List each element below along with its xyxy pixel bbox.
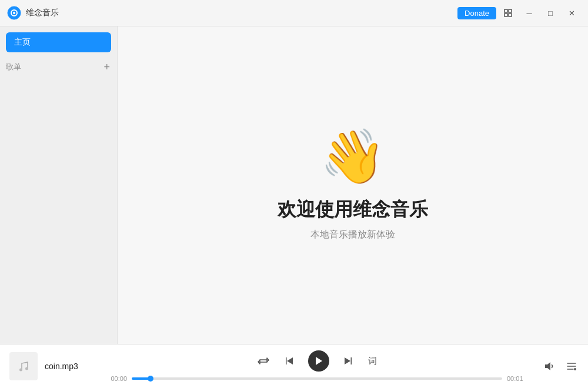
album-art bbox=[9, 352, 38, 380]
svg-rect-5 bbox=[505, 14, 507, 16]
playlist-toggle-button[interactable] bbox=[564, 359, 579, 373]
progress-track[interactable] bbox=[132, 377, 502, 380]
progress-thumb bbox=[148, 376, 153, 382]
lyrics-label: 词 bbox=[368, 356, 377, 367]
svg-rect-4 bbox=[509, 9, 512, 12]
playlist-section: 歌单 + bbox=[0, 62, 117, 72]
main-container: 主页 歌单 + 👋 欢迎使用维念音乐 本地音乐播放新体验 bbox=[0, 26, 588, 344]
track-info: coin.mp3 bbox=[45, 362, 92, 371]
content-area: 👋 欢迎使用维念音乐 本地音乐播放新体验 bbox=[118, 26, 588, 344]
close-button[interactable]: ✕ bbox=[562, 5, 581, 21]
next-button[interactable] bbox=[341, 354, 355, 368]
play-button[interactable] bbox=[308, 350, 329, 372]
svg-marker-10 bbox=[287, 357, 293, 364]
progress-row: 00:00 00:01 bbox=[108, 375, 526, 382]
svg-marker-9 bbox=[286, 357, 287, 364]
lyrics-button[interactable]: 词 bbox=[367, 354, 378, 368]
svg-point-8 bbox=[25, 367, 28, 370]
minimize-button[interactable]: ─ bbox=[520, 5, 539, 21]
svg-point-2 bbox=[13, 12, 15, 14]
tile-button[interactable] bbox=[499, 5, 517, 21]
time-current: 00:00 bbox=[108, 375, 127, 382]
controls-row: 词 bbox=[256, 350, 378, 372]
sidebar-item-home[interactable]: 主页 bbox=[6, 32, 111, 52]
volume-button[interactable] bbox=[542, 359, 556, 373]
app-logo bbox=[7, 6, 21, 20]
svg-marker-12 bbox=[350, 357, 352, 364]
repeat-button[interactable] bbox=[256, 354, 270, 368]
progress-fill bbox=[132, 377, 151, 380]
welcome-title: 欢迎使用维念音乐 bbox=[278, 197, 428, 223]
player-bar: coin.mp3 bbox=[0, 344, 588, 388]
svg-marker-11 bbox=[316, 357, 322, 365]
playlist-label: 歌单 bbox=[6, 62, 21, 72]
sidebar: 主页 歌单 + bbox=[0, 26, 118, 344]
minimize-icon: ─ bbox=[526, 9, 532, 18]
app-title: 维念音乐 bbox=[26, 8, 59, 18]
welcome-emoji: 👋 bbox=[320, 130, 386, 183]
previous-button[interactable] bbox=[282, 354, 296, 368]
maximize-button[interactable]: □ bbox=[541, 5, 560, 21]
track-name: coin.mp3 bbox=[45, 362, 92, 371]
svg-point-18 bbox=[574, 368, 576, 370]
titlebar-controls: Donate ─ □ ✕ bbox=[457, 5, 581, 21]
svg-rect-3 bbox=[505, 9, 507, 12]
svg-marker-14 bbox=[545, 362, 550, 370]
player-controls: 词 00:00 00:01 bbox=[108, 350, 526, 382]
time-total: 00:01 bbox=[507, 375, 526, 382]
welcome-subtitle: 本地音乐播放新体验 bbox=[310, 229, 395, 241]
close-icon: ✕ bbox=[569, 9, 575, 18]
donate-button[interactable]: Donate bbox=[457, 7, 496, 19]
titlebar: 维念音乐 Donate ─ □ ✕ bbox=[0, 0, 588, 26]
maximize-icon: □ bbox=[548, 9, 553, 18]
svg-rect-6 bbox=[509, 14, 512, 16]
add-playlist-button[interactable]: + bbox=[102, 62, 111, 72]
right-controls bbox=[542, 359, 579, 373]
svg-marker-13 bbox=[345, 357, 350, 364]
svg-point-7 bbox=[19, 369, 22, 372]
